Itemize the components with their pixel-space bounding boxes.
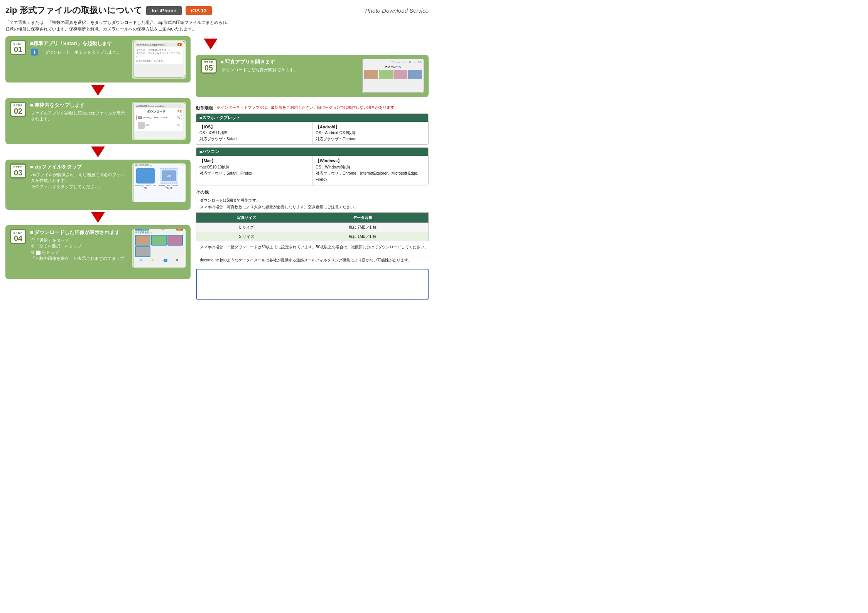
step-02-desc: ファイルアプリが起動し該当のzipファイルが表示されます。 (30, 110, 128, 123)
step-01-heading: ■標準アプリ「Safari」を起動します (30, 40, 128, 47)
table-row-l: L サイズ 概ね 7MB／1 枚 (196, 222, 429, 232)
step-03-desc: zipファイルが解凍され、同じ階層に同名のフォルダが作成されます。そのフォルダを… (30, 172, 128, 190)
step-05-content: ■ 写真アプリを開きます ダウンロードした写真が閲覧できます。 (221, 59, 358, 73)
table-cell-l-size: L サイズ (196, 222, 297, 232)
env-ios-cell: 【iOS】 OS：iOS11以降対応ブラウザ：Safari (196, 122, 312, 145)
env-pc-header: ■パソコン (196, 148, 428, 156)
step-03-badge: STEP 03 (10, 163, 26, 179)
step-02-content: ■ 赤枠内をタップします ファイルアプリが起動し該当のzipファイルが表示されま… (30, 102, 128, 123)
arrow-02 (5, 144, 191, 160)
intro-line1: 「全て選択」または、「複数の写真を選択」をタップしダウンロードした場合、zip形… (5, 19, 429, 26)
step-03-screenshot: 表示順序:名前 ∧ ≡ Photos_20200507162730 zip (132, 163, 186, 202)
badge-ios: iOS 13 (186, 6, 212, 15)
safari-mock: dc250d2559.u.stg.grandpic... ⬇ ダウンロードの準備… (133, 41, 185, 77)
header: zip 形式ファイルの取扱いについて for iPhone iOS 13 Pho… (5, 5, 429, 16)
table-cell-l-capacity: 概ね 7MB／1 枚 (297, 222, 429, 232)
safari-url-bar: dc250d2559.u.stg.grandpic... ⬇ (135, 43, 183, 46)
down-arrow-icon (91, 212, 105, 223)
down-arrow-right-icon (204, 39, 218, 49)
env-ios-label: 【iOS】 (199, 124, 309, 130)
step-03-content: ■ zipファイルをタップ zipファイルが解凍され、同じ階層に同名のフォルダが… (30, 163, 128, 190)
env-pc-section: ■パソコン 【Mac】 macOS10.10以降対応ブラウザ：Safari、Fi… (196, 147, 429, 185)
step-05-screenshot: アルバム カメラロール 選択 カメラロール (362, 59, 424, 93)
step-04-heading: ■ ダウンロードした画像が表示されます (30, 229, 128, 236)
step-01-desc: ⬇ 「ダウンロード」ボタンをタップします。 (30, 49, 128, 56)
step-04-content: ■ ダウンロードした画像が表示されます ①「選択」をタップ ②「全てを選択」をタ… (30, 229, 128, 262)
table-cell-s-size: S サイズ (196, 232, 297, 241)
other-item-2: ・スマホの場合、写真枚数により大きな容量が必要になります。空き容量にご注意くださ… (196, 204, 429, 210)
step-01-box: STEP 01 ■標準アプリ「Safari」を起動します ⬇ 「ダウンロード」ボ… (5, 36, 191, 83)
arrow-03 (5, 210, 191, 225)
left-column: STEP 01 ■標準アプリ「Safari」を起動します ⬇ 「ダウンロード」ボ… (5, 36, 191, 300)
env-smartphone-header: ■スマホ・タブレット (196, 114, 428, 122)
step-05-box: STEP 05 ■ 写真アプリを開きます ダウンロードした写真が閲覧できます。 … (196, 55, 429, 97)
main-layout: STEP 01 ■標準アプリ「Safari」を起動します ⬇ 「ダウンロード」ボ… (5, 36, 429, 300)
svg-marker-3 (204, 39, 218, 49)
env-pc-row: 【Mac】 macOS10.10以降対応ブラウザ：Safari、Firefox … (196, 156, 428, 185)
step-02-box: STEP 02 ■ 赤枠内をタップします ファイルアプリが起動し該当のzipファ… (5, 98, 191, 144)
step-04-badge: STEP 04 (10, 229, 26, 244)
other-item-3: ・スマホの場合、一括ダウンロードは50枚までに設定されています。50枚以上の場合… (196, 244, 429, 250)
step-05-heading: ■ 写真アプリを開きます (221, 59, 358, 66)
step-05-desc: ダウンロードした写真が閲覧できます。 (221, 67, 358, 73)
env-mac-cell: 【Mac】 macOS10.10以降対応ブラウザ：Safari、Firefox (196, 156, 312, 185)
other-section: その他 ・ダウンロードは5回まで可能です。 ・スマホの場合、写真枚数により大きな… (196, 189, 429, 263)
env-windows-label: 【Windows】 (316, 158, 425, 164)
step-01-content: ■標準アプリ「Safari」を起動します ⬇ 「ダウンロード」ボタンをタップしま… (30, 40, 128, 56)
down-arrow-icon (91, 85, 105, 96)
env-windows-cell: 【Windows】 OS：Windows8以降対応ブラウザ：Chrome、Int… (312, 156, 428, 185)
note-box (196, 269, 429, 300)
other-title: その他 (196, 189, 429, 196)
arrow-01 (5, 83, 191, 98)
step-num-02: 02 (13, 107, 23, 115)
table-header-size: 写真サイズ (196, 212, 297, 222)
step-num-05: 05 (204, 64, 214, 72)
other-item-1: ・ダウンロードは5回まで可能です。 (196, 197, 429, 204)
badge-iphone: for iPhone (146, 6, 182, 15)
step-02-screenshot: dc250d2559.u.stg.grandpic... ダウンロード 消去 z… (132, 102, 186, 140)
service-name: Photo Download Service (365, 7, 429, 14)
step-01-screenshot: dc250d2559.u.stg.grandpic... ⬇ ダウンロードの準備… (132, 40, 186, 79)
safari-content: ダウンロードの準備ができました。ダウンロードボタンをクリックしてください 写真を… (135, 47, 183, 64)
step-03-heading: ■ zipファイルをタップ (30, 163, 128, 170)
table-cell-s-capacity: 概ね 1MB／1 枚 (297, 232, 429, 241)
env-android-cell: 【Android】 OS：Android OS 5以降対応ブラウザ：Chrome (312, 122, 428, 145)
other-item-4: ・docomo.ne.jpのようなケータイメールは各社が提供する迷惑メールフィル… (196, 257, 429, 263)
table-row-s: S サイズ 概ね 1MB／1 枚 (196, 232, 429, 241)
environment-section: 動作環境 ※インターネットブラウザは、最新版をご利用ください。旧バージョンでは動… (196, 104, 429, 186)
size-table: 写真サイズ データ容量 L サイズ 概ね 7MB／1 枚 S サイズ 概ね 1M… (196, 212, 429, 241)
svg-marker-0 (91, 85, 105, 96)
env-title-note: ※インターネットブラウザは、最新版をご利用ください。旧バージョンでは動作しない場… (215, 105, 396, 110)
env-android-label: 【Android】 (316, 124, 425, 130)
env-smartphone-section: ■スマホ・タブレット 【iOS】 OS：iOS11以降対応ブラウザ：Safari… (196, 113, 429, 145)
table-header-capacity: データ容量 (297, 212, 429, 222)
step-04-screenshot: すべて選択 4項目 選択 表示順序:名前 ∧ 🔍 📁 ↑ (132, 229, 186, 268)
env-smartphone-row: 【iOS】 OS：iOS11以降対応ブラウザ：Safari 【Android】 … (196, 122, 428, 145)
step-04-desc: ①「選択」をタップ ②「全てを選択」をタップ ③ ↑ をタップ 「～枚の画像を保… (30, 237, 128, 262)
step-01-badge: STEP 01 (10, 40, 26, 55)
step-02-badge: STEP 02 (10, 102, 26, 117)
step-num-03: 03 (13, 169, 23, 177)
svg-marker-2 (91, 212, 105, 223)
down-arrow-icon (91, 147, 105, 157)
download-icon: ⬇ (31, 49, 38, 56)
step-03-box: STEP 03 ■ zipファイルをタップ zipファイルが解凍され、同じ階層に… (5, 160, 191, 210)
svg-marker-1 (91, 147, 105, 157)
step-num-04: 04 (13, 234, 23, 242)
intro-text: 「全て選択」または、「複数の写真を選択」をタップしダウンロードした場合、zip形… (5, 19, 429, 32)
right-column: STEP 05 ■ 写真アプリを開きます ダウンロードした写真が閲覧できます。 … (196, 36, 429, 300)
arrow-top-right (196, 36, 429, 52)
env-mac-label: 【Mac】 (199, 158, 309, 164)
env-title-main: 動作環境 (196, 106, 213, 111)
step-num-01: 01 (13, 45, 23, 53)
step-02-heading: ■ 赤枠内をタップします (30, 102, 128, 109)
page-title: zip 形式ファイルの取扱いについて (5, 5, 142, 16)
intro-line2: 任意の場所に保存されています。保存場所と解凍、カメラロールへの保存方法をご案内い… (5, 26, 429, 32)
step-04-box: STEP 04 ■ ダウンロードした画像が表示されます ①「選択」をタップ ②「… (5, 225, 191, 279)
step-05-badge: STEP 05 (201, 59, 217, 74)
